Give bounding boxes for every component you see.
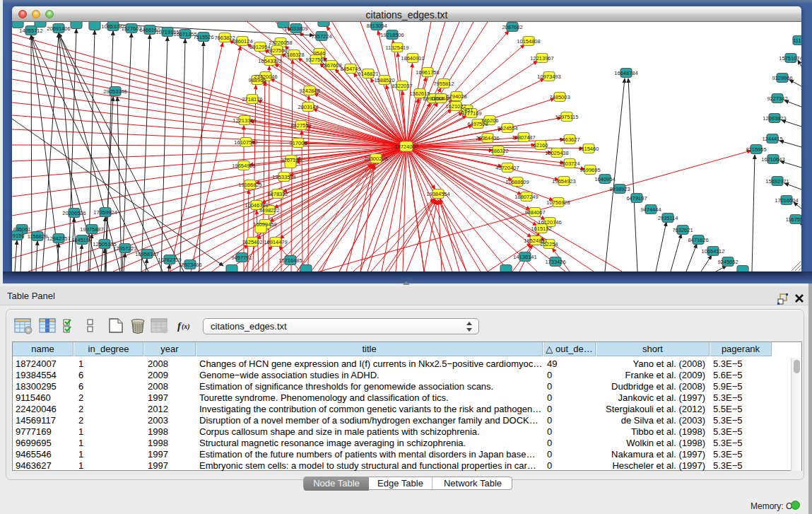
svg-text:19218506: 19218506 xyxy=(380,32,404,38)
svg-text:23226058: 23226058 xyxy=(269,40,292,46)
svg-text:3624554: 3624554 xyxy=(497,125,517,132)
svg-text:10958187: 10958187 xyxy=(135,251,158,257)
svg-text:14136141: 14136141 xyxy=(513,254,536,260)
svg-text:988965: 988965 xyxy=(248,77,266,83)
svg-text:45720407: 45720407 xyxy=(495,165,519,171)
svg-text:18807249: 18807249 xyxy=(514,194,538,200)
svg-text:9084067: 9084067 xyxy=(524,209,545,216)
svg-text:1640954: 1640954 xyxy=(594,176,615,182)
svg-text:62160: 62160 xyxy=(534,142,548,148)
svg-text:9242848: 9242848 xyxy=(299,88,319,94)
svg-text:6794028: 6794028 xyxy=(446,93,466,100)
svg-text:10973493: 10973493 xyxy=(537,74,560,80)
svg-text:16120746: 16120746 xyxy=(538,219,561,226)
svg-text:19654905: 19654905 xyxy=(232,163,255,169)
svg-text:8813054: 8813054 xyxy=(366,23,387,29)
svg-text:12093823: 12093823 xyxy=(763,115,786,122)
svg-text:8427552: 8427552 xyxy=(290,122,311,129)
svg-text:20206526: 20206526 xyxy=(62,210,86,216)
svg-text:20364436: 20364436 xyxy=(476,135,499,141)
svg-text:10756928: 10756928 xyxy=(546,199,570,206)
svg-text:1112: 1112 xyxy=(793,37,801,44)
svg-text:1244415: 1244415 xyxy=(762,136,782,142)
svg-text:8215955: 8215955 xyxy=(746,146,766,153)
svg-text:17016504: 17016504 xyxy=(775,197,798,204)
svg-text:7386322: 7386322 xyxy=(488,148,508,154)
svg-text:18724007: 18724007 xyxy=(394,144,418,150)
svg-text:8471626: 8471626 xyxy=(688,237,708,243)
svg-text:19975887: 19975887 xyxy=(80,226,103,233)
svg-text:16107552: 16107552 xyxy=(234,139,257,146)
svg-text:7357224: 7357224 xyxy=(311,33,331,40)
svg-text:19166825: 19166825 xyxy=(238,182,261,188)
svg-text:10154808: 10154808 xyxy=(517,38,540,45)
svg-text:2803144: 2803144 xyxy=(298,104,318,110)
svg-text:6479197: 6479197 xyxy=(626,195,647,201)
svg-text:2867608: 2867608 xyxy=(321,62,341,69)
svg-text:1167553: 1167553 xyxy=(786,216,801,223)
svg-text:2087682: 2087682 xyxy=(502,24,522,30)
svg-text:15692971: 15692971 xyxy=(765,178,789,185)
svg-text:17359924: 17359924 xyxy=(93,209,117,216)
svg-text:16033809: 16033809 xyxy=(284,25,307,32)
svg-text:12213967: 12213967 xyxy=(530,55,553,62)
svg-text:9777169: 9777169 xyxy=(461,110,481,117)
svg-text:9457791: 9457791 xyxy=(231,255,252,261)
svg-text:10807487: 10807487 xyxy=(512,134,535,141)
svg-text:20691406: 20691406 xyxy=(47,25,70,32)
svg-text:3498222: 3498222 xyxy=(259,207,279,214)
svg-text:1615132: 1615132 xyxy=(531,226,551,232)
svg-text:12942757: 12942757 xyxy=(47,235,70,242)
svg-text:16210643: 16210643 xyxy=(761,156,784,163)
svg-text:17957223: 17957223 xyxy=(113,245,136,252)
svg-text:13533594: 13533594 xyxy=(272,174,295,180)
svg-text:16099459: 16099459 xyxy=(253,221,276,228)
svg-text:9546: 9546 xyxy=(314,50,326,57)
svg-text:7955812: 7955812 xyxy=(433,81,454,87)
svg-text:9699695: 9699695 xyxy=(579,167,600,173)
svg-text:917006: 917006 xyxy=(289,140,307,146)
svg-text:7515526: 7515526 xyxy=(193,34,213,40)
svg-text:(x): (x) xyxy=(182,322,190,331)
svg-text:12923466: 12923466 xyxy=(178,262,201,268)
svg-text:39159: 39159 xyxy=(12,233,24,239)
svg-text:16543392: 16543392 xyxy=(258,58,281,64)
svg-text:10654112: 10654112 xyxy=(702,248,725,255)
svg-text:1733426: 1733426 xyxy=(545,259,565,265)
svg-text:9245652: 9245652 xyxy=(717,259,738,265)
svg-text:9115460: 9115460 xyxy=(579,146,599,152)
svg-text:8186328: 8186328 xyxy=(283,52,304,58)
svg-text:14055712: 14055712 xyxy=(19,28,42,34)
svg-text:1156829: 1156829 xyxy=(28,233,48,240)
svg-text:9227342: 9227342 xyxy=(767,95,787,102)
svg-text:9329966: 9329966 xyxy=(772,75,792,81)
svg-text:10025438: 10025438 xyxy=(545,150,568,156)
svg-text:8938923: 8938923 xyxy=(609,186,630,192)
svg-text:8322037: 8322037 xyxy=(392,83,412,89)
svg-text:835061: 835061 xyxy=(13,226,30,233)
svg-text:8878332: 8878332 xyxy=(267,191,288,197)
svg-text:9803724: 9803724 xyxy=(559,160,579,167)
svg-text:19384554: 19384554 xyxy=(426,191,449,197)
svg-text:6497508: 6497508 xyxy=(467,121,488,127)
svg-text:3267130: 3267130 xyxy=(281,157,301,163)
svg-text:15751074: 15751074 xyxy=(779,55,801,62)
svg-text:12213369: 12213369 xyxy=(233,117,256,124)
svg-text:2718176: 2718176 xyxy=(242,96,262,103)
svg-text:16648784: 16648784 xyxy=(614,70,637,76)
svg-text:19654923: 19654923 xyxy=(552,178,575,185)
svg-text:9146821: 9146821 xyxy=(358,71,378,77)
svg-text:10688609: 10688609 xyxy=(505,179,529,185)
svg-text:15716485: 15716485 xyxy=(278,257,302,264)
svg-text:2935114: 2935114 xyxy=(658,215,678,221)
svg-text:16914479: 16914479 xyxy=(264,239,287,245)
svg-text:12975115: 12975115 xyxy=(555,114,579,120)
svg-text:16961758: 16961758 xyxy=(416,69,439,76)
svg-text:7625402: 7625402 xyxy=(242,239,262,245)
svg-text:7485003: 7485003 xyxy=(549,94,570,100)
svg-text:252254: 252254 xyxy=(540,241,558,247)
svg-text:11325419: 11325419 xyxy=(386,45,409,51)
svg-text:18640910: 18640910 xyxy=(401,55,424,62)
svg-text:9463627: 9463627 xyxy=(559,136,579,143)
svg-text:1145194: 1145194 xyxy=(72,237,93,243)
